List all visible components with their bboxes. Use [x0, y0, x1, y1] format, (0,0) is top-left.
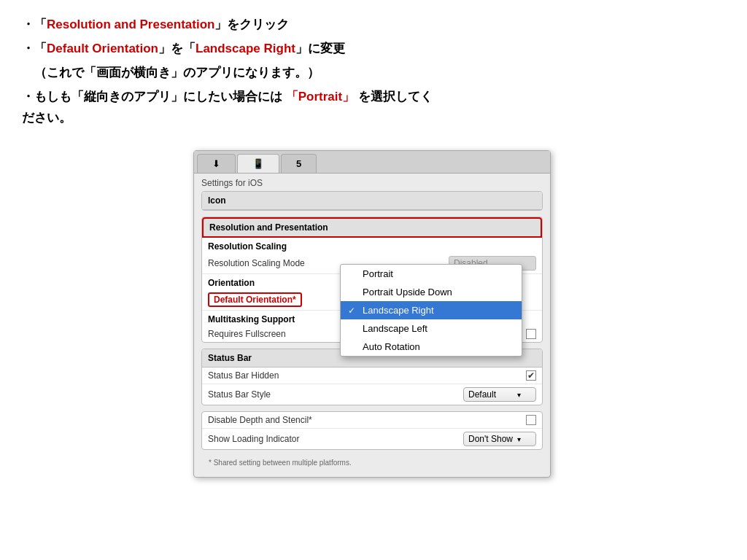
- tab-bar: ⬇ 📱 5: [194, 151, 550, 174]
- tab-html5[interactable]: 5: [281, 154, 317, 173]
- status-bar-hidden-label: Status Bar Hidden: [208, 370, 526, 381]
- settings-panel: ⬇ 📱 5 Settings for iOS Icon Resolution a…: [193, 150, 551, 478]
- landscape-right-option-label: Landscape Right: [363, 305, 434, 316]
- instruction-line-4: ・もしも「縦向きのアプリ」にしたい場合には 「Portrait」 を選択してく: [22, 87, 725, 108]
- status-bar-style-select[interactable]: Default: [463, 387, 536, 402]
- instruction-line-5: ださい。: [22, 108, 725, 129]
- show-loading-label: Show Loading Indicator: [208, 434, 463, 444]
- phone-icon: 📱: [252, 158, 264, 169]
- dropdown-item-landscape-left[interactable]: Landscape Left: [341, 319, 522, 338]
- orientation-dropdown: Portrait Portrait Upside Down ✓ Landscap…: [340, 264, 522, 357]
- portrait-upside-down-option-label: Portrait Upside Down: [363, 287, 452, 298]
- settings-title: Settings for iOS: [194, 174, 550, 191]
- auto-rotation-checkmark: [348, 342, 360, 352]
- instruction-line-2: ・「Default Orientation」を「Landscape Right」…: [22, 39, 725, 60]
- instruction-area: ・「Resolution and Presentation」をクリック ・「De…: [0, 0, 747, 143]
- default-orientation-link: Default Orientation: [47, 42, 158, 55]
- requires-fullscreen-checkbox[interactable]: [526, 329, 536, 339]
- disable-depth-label: Disable Depth and Stencil*: [208, 415, 526, 425]
- dropdown-item-landscape-right[interactable]: ✓ Landscape Right: [341, 301, 522, 319]
- other-section: Disable Depth and Stencil* Show Loading …: [201, 411, 543, 450]
- status-bar-hidden-row: Status Bar Hidden ✔: [202, 368, 542, 384]
- portrait-link: 「Portrait」: [286, 90, 355, 104]
- tab-phone[interactable]: 📱: [237, 154, 279, 173]
- show-loading-row: Show Loading Indicator Don't Show: [202, 429, 542, 449]
- status-bar-hidden-checkbox[interactable]: ✔: [526, 370, 536, 381]
- resolution-link: Resolution and Presentation: [47, 18, 214, 31]
- resolution-scaling-label: Resolution Scaling: [202, 238, 542, 253]
- landscape-left-option-label: Landscape Left: [363, 323, 427, 334]
- dropdown-item-auto-rotation[interactable]: Auto Rotation: [341, 338, 522, 356]
- portrait-checkmark: [348, 269, 360, 279]
- resolution-section-header: Resolution and Presentation: [202, 217, 542, 238]
- instruction-line-1: ・「Resolution and Presentation」をクリック: [22, 15, 725, 36]
- dropdown-item-portrait-upside-down[interactable]: Portrait Upside Down: [341, 283, 522, 301]
- landscape-right-link: Landscape Right: [196, 42, 295, 55]
- portrait-upside-down-checkmark: [348, 287, 360, 298]
- show-loading-select[interactable]: Don't Show: [463, 432, 536, 446]
- auto-rotation-option-label: Auto Rotation: [363, 341, 420, 352]
- status-bar-style-row: Status Bar Style Default: [202, 384, 542, 405]
- tab-download[interactable]: ⬇: [197, 154, 236, 173]
- instruction-line-3: （これで「画面が横向き」のアプリになります。）: [22, 63, 725, 84]
- status-bar-style-label: Status Bar Style: [208, 389, 463, 400]
- landscape-right-checkmark: ✓: [348, 306, 360, 316]
- icon-section: Icon: [201, 191, 543, 211]
- icon-section-header: Icon: [202, 192, 542, 210]
- default-orientation-label[interactable]: Default Orientation*: [208, 292, 302, 307]
- statusbar-section: Status Bar Status Bar Hidden ✔ Status Ba…: [201, 349, 543, 405]
- html5-icon: 5: [296, 158, 301, 169]
- dropdown-item-portrait[interactable]: Portrait: [341, 265, 522, 283]
- disable-depth-checkbox[interactable]: [526, 415, 536, 425]
- portrait-option-label: Portrait: [363, 268, 393, 279]
- landscape-left-checkmark: [348, 324, 360, 334]
- download-icon: ⬇: [212, 158, 220, 169]
- disable-depth-row: Disable Depth and Stencil*: [202, 412, 542, 429]
- footer-note: * Shared setting between multiple platfo…: [201, 456, 543, 470]
